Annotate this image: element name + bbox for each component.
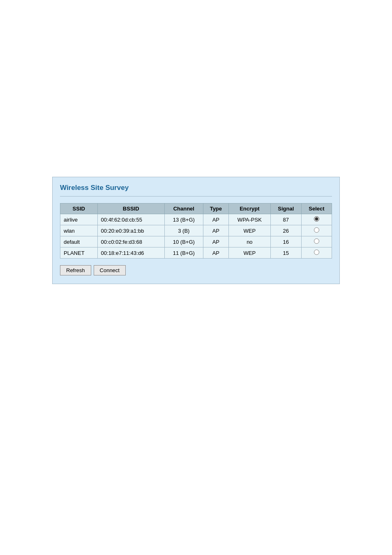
select-radio[interactable] <box>314 216 319 222</box>
cell-bssid: 00:20:e0:39:a1:bb <box>97 225 164 236</box>
cell-ssid: PLANET <box>60 247 98 259</box>
select-radio[interactable] <box>314 238 319 244</box>
wireless-site-survey-panel: Wireless Site Survey SSID BSSID Channel … <box>52 177 340 284</box>
refresh-button[interactable]: Refresh <box>60 265 91 275</box>
cell-ssid: default <box>60 236 98 247</box>
cell-signal: 15 <box>270 247 301 259</box>
cell-type: AP <box>203 247 228 259</box>
cell-ssid: airlive <box>60 214 98 225</box>
cell-encrypt: WEP <box>228 225 270 236</box>
cell-signal: 16 <box>270 236 301 247</box>
header-ssid: SSID <box>60 204 98 214</box>
connect-button[interactable]: Connect <box>94 265 126 275</box>
table-row: airlive00:4f:62:0d:cb:5513 (B+G)APWPA-PS… <box>60 214 332 225</box>
cell-select[interactable] <box>301 236 332 247</box>
header-encrypt: Encrypt <box>228 204 270 214</box>
cell-bssid: 00:18:e7:11:43:d6 <box>97 247 164 259</box>
cell-ssid: wlan <box>60 225 98 236</box>
cell-signal: 26 <box>270 225 301 236</box>
cell-type: AP <box>203 236 228 247</box>
table-header-row: SSID BSSID Channel Type Encrypt Signal S… <box>60 204 332 214</box>
cell-signal: 87 <box>270 214 301 225</box>
cell-bssid: 00:4f:62:0d:cb:55 <box>97 214 164 225</box>
cell-encrypt: no <box>228 236 270 247</box>
cell-encrypt: WEP <box>228 247 270 259</box>
header-select: Select <box>301 204 332 214</box>
cell-select[interactable] <box>301 225 332 236</box>
header-bssid: BSSID <box>97 204 164 214</box>
panel-title: Wireless Site Survey <box>60 184 332 192</box>
cell-channel: 3 (B) <box>164 225 203 236</box>
cell-type: AP <box>203 225 228 236</box>
cell-select[interactable] <box>301 214 332 225</box>
select-radio[interactable] <box>314 227 319 233</box>
cell-channel: 11 (B+G) <box>164 247 203 259</box>
cell-channel: 13 (B+G) <box>164 214 203 225</box>
header-type: Type <box>203 204 228 214</box>
cell-type: AP <box>203 214 228 225</box>
survey-table: SSID BSSID Channel Type Encrypt Signal S… <box>60 203 332 259</box>
cell-encrypt: WPA-PSK <box>228 214 270 225</box>
divider <box>60 196 332 197</box>
button-row: Refresh Connect <box>60 265 332 275</box>
cell-select[interactable] <box>301 247 332 259</box>
table-row: wlan00:20:e0:39:a1:bb3 (B)APWEP26 <box>60 225 332 236</box>
select-radio[interactable] <box>314 250 319 255</box>
header-channel: Channel <box>164 204 203 214</box>
header-signal: Signal <box>270 204 301 214</box>
cell-bssid: 00:c0:02:fe:d3:68 <box>97 236 164 247</box>
cell-channel: 10 (B+G) <box>164 236 203 247</box>
table-row: PLANET00:18:e7:11:43:d611 (B+G)APWEP15 <box>60 247 332 259</box>
table-row: default00:c0:02:fe:d3:6810 (B+G)APno16 <box>60 236 332 247</box>
